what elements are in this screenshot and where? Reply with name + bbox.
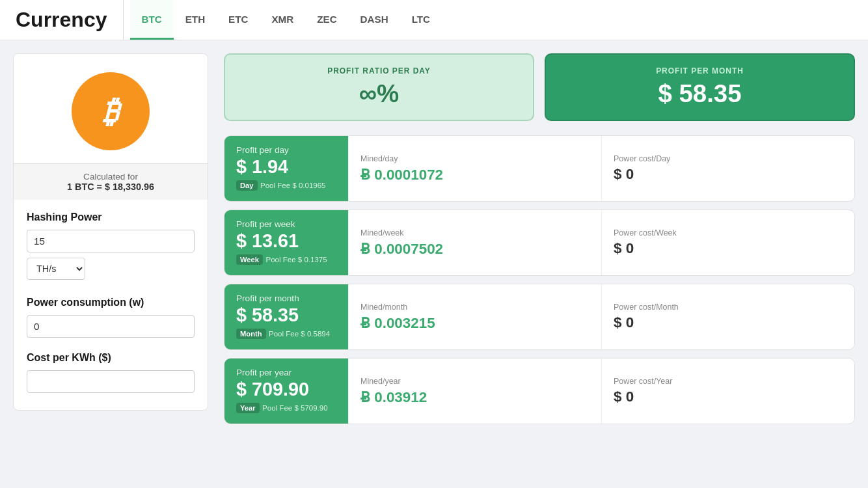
mined-cell: Mined/week Ƀ 0.0007502 [348, 210, 601, 275]
title-text: Currency [16, 8, 107, 32]
left-panel: ₿ Calculated for 1 BTC = $ 18,330.96 Has… [13, 53, 208, 411]
power-value: $ 0 [614, 166, 843, 183]
row-main-value: $ 58.35 [236, 305, 336, 326]
power-value: $ 0 [614, 240, 843, 257]
row-main-value: $ 13.61 [236, 230, 336, 252]
profit-month-card: PROFIT PER MONTH $ 58.35 [545, 53, 855, 121]
app-title: Currency [0, 0, 124, 40]
row-fee: Pool Fee $ 0.1375 [265, 256, 327, 264]
tab-xmr[interactable]: XMR [260, 0, 305, 40]
power-cell: Power cost/Day $ 0 [601, 136, 854, 201]
row-badge: Day [236, 180, 258, 191]
power-label: Power cost/Day [614, 154, 843, 163]
power-label: Power cost/Week [614, 228, 843, 237]
row-fee: Pool Fee $ 5709.90 [262, 404, 328, 412]
header: Currency BTCETHETCXMRZECDASHLTC [0, 0, 868, 40]
mined-label: Mined/day [360, 154, 590, 163]
tab-dash[interactable]: DASH [349, 0, 400, 40]
row-badge: Week [236, 254, 263, 265]
row-left-month: Profit per month $ 58.35 Month Pool Fee … [224, 284, 348, 349]
data-row-month: Profit per month $ 58.35 Month Pool Fee … [224, 284, 855, 350]
power-value: $ 0 [614, 314, 843, 331]
row-badge: Month [236, 329, 266, 339]
mined-value: Ƀ 0.0007502 [360, 240, 590, 258]
calculated-for-label: Calculated for [21, 172, 200, 182]
power-consumption-label: Power consumption (w) [27, 297, 195, 308]
tab-zec[interactable]: ZEC [305, 0, 348, 40]
mined-label: Mined/year [360, 377, 590, 386]
data-row-day: Profit per day $ 1.94 Day Pool Fee $ 0.0… [224, 135, 855, 202]
mined-cell: Mined/day Ƀ 0.0001072 [348, 136, 601, 201]
data-row-week: Profit per week $ 13.61 Week Pool Fee $ … [224, 210, 855, 276]
btc-logo: ₿ [72, 72, 150, 150]
row-title: Profit per week [236, 219, 336, 229]
right-panel: PROFIT RATIO PER DAY ∞% PROFIT PER MONTH… [208, 53, 855, 432]
row-left-day: Profit per day $ 1.94 Day Pool Fee $ 0.0… [224, 136, 348, 201]
main-content: ₿ Calculated for 1 BTC = $ 18,330.96 Has… [0, 40, 868, 445]
mined-value: Ƀ 0.003215 [360, 314, 590, 332]
coin-logo-area: ₿ [14, 54, 208, 163]
row-main-value: $ 709.90 [236, 379, 336, 400]
summary-cards: PROFIT RATIO PER DAY ∞% PROFIT PER MONTH… [224, 53, 855, 121]
row-left-week: Profit per week $ 13.61 Week Pool Fee $ … [224, 210, 348, 275]
tab-btc[interactable]: BTC [130, 0, 174, 40]
tab-ltc[interactable]: LTC [400, 0, 442, 40]
btc-price: 1 BTC = $ 18,330.96 [67, 182, 154, 192]
data-rows: Profit per day $ 1.94 Day Pool Fee $ 0.0… [224, 135, 855, 424]
row-fee: Pool Fee $ 0.5894 [269, 330, 330, 338]
calc-info: Calculated for 1 BTC = $ 18,330.96 [14, 163, 208, 200]
row-main-value: $ 1.94 [236, 156, 336, 178]
month-label: PROFIT PER MONTH [560, 66, 839, 75]
mined-cell: Mined/month Ƀ 0.003215 [348, 284, 601, 349]
mined-label: Mined/week [360, 228, 590, 237]
row-cells: Mined/week Ƀ 0.0007502 Power cost/Week $… [348, 210, 854, 275]
ratio-label: PROFIT RATIO PER DAY [239, 66, 519, 75]
tab-eth[interactable]: ETH [174, 0, 217, 40]
power-cell: Power cost/Month $ 0 [601, 284, 854, 349]
hashing-unit-select[interactable]: TH/s GH/s MH/s [27, 258, 85, 280]
power-label: Power cost/Year [614, 377, 843, 386]
power-consumption-input[interactable] [27, 315, 195, 338]
row-title: Profit per month [236, 293, 336, 303]
row-cells: Mined/month Ƀ 0.003215 Power cost/Month … [348, 284, 854, 349]
power-cell: Power cost/Year $ 0 [601, 359, 854, 424]
tab-etc[interactable]: ETC [217, 0, 260, 40]
mined-cell: Mined/year Ƀ 0.03912 [348, 359, 601, 424]
mined-label: Mined/month [360, 303, 590, 312]
row-title: Profit per day [236, 145, 336, 155]
row-left-year: Profit per year $ 709.90 Year Pool Fee $… [224, 359, 348, 424]
hashing-power-input[interactable] [27, 230, 195, 252]
power-value: $ 0 [614, 388, 843, 405]
row-cells: Mined/day Ƀ 0.0001072 Power cost/Day $ 0 [348, 136, 854, 201]
data-row-year: Profit per year $ 709.90 Year Pool Fee $… [224, 358, 855, 424]
cost-per-kwh-input[interactable] [27, 370, 195, 393]
row-cells: Mined/year Ƀ 0.03912 Power cost/Year $ 0 [348, 359, 854, 424]
hashing-power-label: Hashing Power [27, 211, 195, 223]
mined-value: Ƀ 0.03912 [360, 388, 590, 406]
ratio-value: ∞% [239, 79, 519, 108]
power-label: Power cost/Month [614, 303, 843, 312]
currency-tabs: BTCETHETCXMRZECDASHLTC [124, 0, 449, 40]
cost-per-kwh-label: Cost per KWh ($) [27, 352, 195, 364]
row-fee: Pool Fee $ 0.01965 [260, 182, 326, 189]
month-value: $ 58.35 [560, 79, 839, 108]
profit-ratio-card: PROFIT RATIO PER DAY ∞% [224, 53, 534, 121]
power-cell: Power cost/Week $ 0 [601, 210, 854, 275]
row-title: Profit per year [236, 368, 336, 377]
form-area: Hashing Power TH/s GH/s MH/s Power consu… [14, 200, 208, 410]
mined-value: Ƀ 0.0001072 [360, 166, 590, 183]
row-badge: Year [236, 403, 260, 413]
